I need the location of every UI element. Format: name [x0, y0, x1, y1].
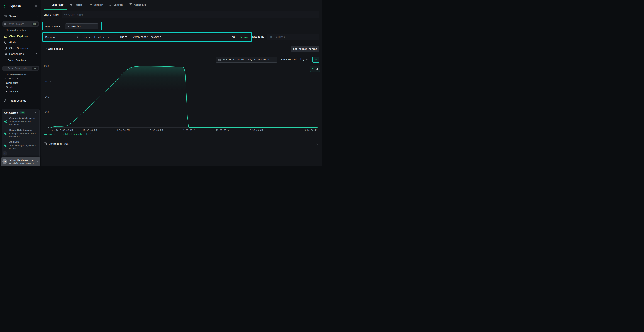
tab-table[interactable]: Table — [66, 0, 85, 10]
series-legend[interactable]: max(visa_validation_cache.size) — [44, 133, 92, 136]
sidebar-item-client-sessions[interactable]: Client Sessions — [0, 45, 41, 51]
aggregation-select[interactable]: Maximum — [44, 34, 80, 40]
user-subtitle: dale@clickhouse.com's — [9, 162, 34, 164]
line-chart-plot[interactable]: 025K50K75K100KMay 26 9:00:00 AM12:30:00 … — [41, 64, 322, 133]
toggle-separator: | — [237, 36, 239, 38]
chart-name-label: Chart Name — [44, 13, 59, 16]
shortcut-badge: ⌘K — [32, 67, 38, 70]
help-button[interactable]: ? — [2, 151, 7, 156]
set-number-format-button[interactable]: Set number format — [291, 46, 320, 52]
run-query-button[interactable] — [312, 56, 320, 62]
team-settings-label: Team Settings — [9, 99, 38, 102]
data-source-select[interactable]: Metrics — [65, 24, 98, 29]
preset-services[interactable]: Services — [6, 86, 16, 88]
chevron-up-icon[interactable] — [34, 111, 37, 114]
collapse-sidebar-icon[interactable] — [35, 4, 38, 8]
saved-searches-input[interactable]: Saved Searches ⌘K — [2, 21, 39, 27]
chevron-right-icon — [36, 160, 39, 163]
section-divider — [41, 44, 322, 44]
section-divider — [41, 150, 322, 150]
sidebar-item-alerts[interactable]: Alerts — [0, 39, 41, 45]
chevron-up-icon[interactable] — [35, 52, 38, 56]
group-by-label: Group By — [252, 36, 264, 38]
circle-plus-icon — [44, 48, 47, 50]
tab-markdown[interactable]: M↓ Markdown — [126, 0, 149, 10]
get-started-progress-badge: 3/3 — [20, 111, 25, 114]
svg-text:25K: 25K — [45, 111, 49, 114]
add-series-button[interactable]: Add Series — [44, 48, 63, 50]
close-icon[interactable] — [114, 36, 116, 38]
metric-field-tag[interactable]: visa_validation_cach — [82, 34, 118, 40]
check-circle-icon — [4, 120, 8, 123]
svg-text:May 26 9:00:00 AM: May 26 9:00:00 AM — [51, 129, 73, 132]
table-icon — [70, 4, 73, 6]
chevron-up-icon[interactable] — [35, 15, 38, 18]
legend-label: max(visa_validation_cache.size) — [48, 133, 92, 136]
search-section-icon — [4, 15, 7, 18]
svg-text:0: 0 — [48, 126, 49, 129]
tab-line-bar[interactable]: Line/Bar — [44, 0, 66, 10]
sidebar-item-chart-explorer[interactable]: Chart Explorer — [0, 33, 41, 39]
code-icon — [44, 142, 47, 145]
get-started-step[interactable]: Add Data Start sending logs, metrics, or… — [4, 140, 37, 150]
sidebar-item-team-settings[interactable]: Team Settings — [0, 98, 41, 104]
saved-dashboards-placeholder: Saved Dashboards — [8, 67, 31, 70]
sidebar-item-dashboards[interactable]: Dashboards — [0, 51, 41, 57]
search-icon — [4, 67, 6, 70]
chart-type-tabbar: Line/Bar Table 123 Number Search M↓ Mark… — [41, 0, 322, 10]
svg-text:9:30:00 PM: 9:30:00 PM — [183, 129, 196, 132]
metrics-chart[interactable]: 025K50K75K100KMay 26 9:00:00 AM12:30:00 … — [41, 64, 322, 133]
svg-text:100K: 100K — [44, 65, 49, 68]
svg-text:50K: 50K — [45, 96, 49, 98]
svg-text:9:00:00 AM: 9:00:00 AM — [304, 129, 317, 132]
svg-text:12:30:00 AM: 12:30:00 AM — [216, 129, 230, 132]
group-by-input[interactable] — [266, 34, 320, 40]
preset-clickhouse[interactable]: ClickHouse — [6, 82, 18, 84]
generated-sql-toggle[interactable]: Generated SQL — [41, 141, 322, 147]
bell-icon — [4, 40, 7, 44]
sidebar-header: HyperDX — [0, 3, 41, 9]
select-chevrons-icon — [76, 36, 78, 38]
svg-text:75K: 75K — [45, 80, 49, 83]
markdown-icon: M↓ — [129, 4, 132, 6]
get-started-step[interactable]: Create Data Sources Configure where your… — [4, 128, 37, 138]
chevron-down-icon[interactable] — [316, 142, 319, 145]
create-dashboard-button[interactable]: + Create Dashboard — [6, 59, 39, 62]
hyperdx-app: HyperDX Search Saved Searches ⌘K No save… — [0, 0, 322, 166]
list-icon — [109, 4, 112, 6]
user-email: dale@clickhouse.com — [9, 159, 34, 162]
saved-searches-placeholder: Saved Searches — [8, 23, 31, 25]
chart-line-icon — [4, 35, 7, 38]
check-circle-icon — [4, 132, 8, 135]
shortcut-badge: ⌘K — [32, 22, 38, 26]
tab-number[interactable]: 123 Number — [85, 0, 106, 10]
line-bar-icon — [47, 4, 50, 6]
search-icon — [4, 23, 6, 25]
avatar: D — [2, 159, 7, 164]
sidebar-section-search[interactable]: Search — [0, 14, 41, 19]
where-label: Where — [120, 36, 127, 38]
user-menu[interactable]: D dale@clickhouse.com dale@clickhouse.co… — [1, 157, 40, 166]
granularity-select[interactable]: Auto Granularity — [280, 58, 310, 61]
date-range-picker[interactable]: May 26 09:29:19 - May 27 09:29:19 — [216, 56, 277, 62]
lucene-mode-toggle[interactable]: Lucene — [240, 36, 248, 38]
get-started-title: Get Started — [4, 111, 18, 114]
get-started-card: Get Started 3/3 Connect to ClickHouse Se… — [2, 109, 40, 158]
presets-section-toggle[interactable]: PRESETS — [0, 77, 41, 80]
preset-kubernetes[interactable]: Kubernetes — [6, 90, 18, 93]
get-started-step[interactable]: Connect to ClickHouse Set up your databa… — [4, 117, 37, 126]
chart-name-input[interactable] — [62, 11, 320, 18]
svg-text:6:30:00 PM: 6:30:00 PM — [150, 129, 163, 132]
chart-explorer-main: Line/Bar Table 123 Number Search M↓ Mark… — [41, 0, 322, 166]
app-title: HyperDX — [9, 4, 34, 8]
tab-search[interactable]: Search — [106, 0, 126, 10]
sql-mode-toggle[interactable]: SQL — [232, 36, 236, 38]
data-source-label: Data Source — [44, 25, 65, 28]
check-circle-icon — [4, 144, 8, 147]
sidebar: HyperDX Search Saved Searches ⌘K No save… — [0, 0, 41, 166]
gear-icon — [4, 99, 7, 102]
monitor-icon — [4, 46, 7, 50]
chevron-down-icon — [306, 58, 308, 61]
play-icon — [315, 58, 317, 61]
saved-dashboards-input[interactable]: Saved Dashboards ⌘K — [2, 66, 39, 71]
